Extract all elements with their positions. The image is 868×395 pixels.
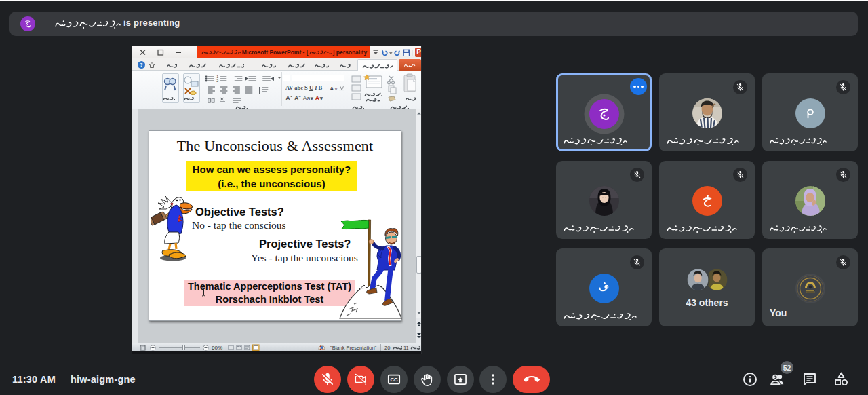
svg-text:2: 2 xyxy=(216,79,218,83)
svg-text:A: A xyxy=(330,86,334,92)
svg-text:V: V xyxy=(334,86,338,91)
svg-text:CC: CC xyxy=(390,377,398,383)
svg-text:1: 1 xyxy=(216,76,218,79)
